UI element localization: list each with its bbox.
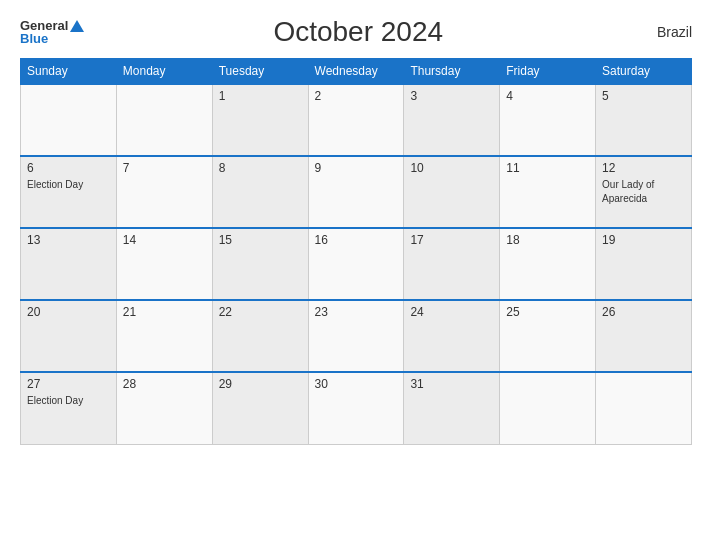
calendar-cell: 28 xyxy=(116,372,212,444)
day-number: 8 xyxy=(219,161,302,175)
day-number: 7 xyxy=(123,161,206,175)
day-number: 16 xyxy=(315,233,398,247)
calendar-cell: 1 xyxy=(212,84,308,156)
day-number: 15 xyxy=(219,233,302,247)
day-number: 19 xyxy=(602,233,685,247)
header: General Blue October 2024 Brazil xyxy=(20,16,692,48)
calendar-cell xyxy=(116,84,212,156)
calendar-week-1: 12345 xyxy=(21,84,692,156)
day-number: 13 xyxy=(27,233,110,247)
calendar-cell: 13 xyxy=(21,228,117,300)
calendar-cell: 24 xyxy=(404,300,500,372)
calendar-cell: 29 xyxy=(212,372,308,444)
calendar-cell: 27Election Day xyxy=(21,372,117,444)
calendar-cell xyxy=(596,372,692,444)
day-number: 20 xyxy=(27,305,110,319)
day-number: 26 xyxy=(602,305,685,319)
day-number: 31 xyxy=(410,377,493,391)
calendar-cell xyxy=(500,372,596,444)
weekday-sunday: Sunday xyxy=(21,59,117,85)
day-number: 30 xyxy=(315,377,398,391)
day-number: 4 xyxy=(506,89,589,103)
day-number: 1 xyxy=(219,89,302,103)
weekday-wednesday: Wednesday xyxy=(308,59,404,85)
calendar-cell: 2 xyxy=(308,84,404,156)
day-number: 9 xyxy=(315,161,398,175)
calendar-cell: 23 xyxy=(308,300,404,372)
day-number: 12 xyxy=(602,161,685,175)
weekday-tuesday: Tuesday xyxy=(212,59,308,85)
calendar-cell: 10 xyxy=(404,156,500,228)
calendar-title: October 2024 xyxy=(84,16,632,48)
day-number: 14 xyxy=(123,233,206,247)
day-number: 25 xyxy=(506,305,589,319)
day-number: 2 xyxy=(315,89,398,103)
weekday-friday: Friday xyxy=(500,59,596,85)
calendar-cell: 18 xyxy=(500,228,596,300)
day-number: 5 xyxy=(602,89,685,103)
country-label: Brazil xyxy=(632,24,692,40)
calendar-week-4: 20212223242526 xyxy=(21,300,692,372)
day-number: 3 xyxy=(410,89,493,103)
day-number: 18 xyxy=(506,233,589,247)
calendar-cell: 6Election Day xyxy=(21,156,117,228)
calendar-cell: 3 xyxy=(404,84,500,156)
day-number: 24 xyxy=(410,305,493,319)
weekday-header-row: SundayMondayTuesdayWednesdayThursdayFrid… xyxy=(21,59,692,85)
day-number: 27 xyxy=(27,377,110,391)
calendar-cell: 22 xyxy=(212,300,308,372)
calendar-week-2: 6Election Day789101112Our Lady of Aparec… xyxy=(21,156,692,228)
calendar-cell: 25 xyxy=(500,300,596,372)
page: General Blue October 2024 Brazil SundayM… xyxy=(0,0,712,550)
calendar-week-5: 27Election Day28293031 xyxy=(21,372,692,444)
day-number: 10 xyxy=(410,161,493,175)
calendar-cell: 14 xyxy=(116,228,212,300)
calendar-cell: 19 xyxy=(596,228,692,300)
calendar-cell: 9 xyxy=(308,156,404,228)
day-number: 6 xyxy=(27,161,110,175)
weekday-saturday: Saturday xyxy=(596,59,692,85)
day-number: 29 xyxy=(219,377,302,391)
calendar-cell: 31 xyxy=(404,372,500,444)
calendar-cell: 21 xyxy=(116,300,212,372)
logo-triangle-icon xyxy=(70,20,84,32)
day-number: 11 xyxy=(506,161,589,175)
day-number: 22 xyxy=(219,305,302,319)
calendar-cell: 11 xyxy=(500,156,596,228)
calendar-body: 123456Election Day789101112Our Lady of A… xyxy=(21,84,692,444)
calendar-cell: 15 xyxy=(212,228,308,300)
day-number: 23 xyxy=(315,305,398,319)
day-event: Our Lady of Aparecida xyxy=(602,179,654,204)
calendar-cell: 7 xyxy=(116,156,212,228)
weekday-monday: Monday xyxy=(116,59,212,85)
calendar-cell: 30 xyxy=(308,372,404,444)
calendar-table: SundayMondayTuesdayWednesdayThursdayFrid… xyxy=(20,58,692,445)
calendar-week-3: 13141516171819 xyxy=(21,228,692,300)
calendar-cell xyxy=(21,84,117,156)
calendar-cell: 4 xyxy=(500,84,596,156)
calendar-cell: 16 xyxy=(308,228,404,300)
day-number: 21 xyxy=(123,305,206,319)
day-number: 17 xyxy=(410,233,493,247)
day-event: Election Day xyxy=(27,395,83,406)
day-event: Election Day xyxy=(27,179,83,190)
calendar-header: SundayMondayTuesdayWednesdayThursdayFrid… xyxy=(21,59,692,85)
logo: General Blue xyxy=(20,19,84,45)
logo-blue-text: Blue xyxy=(20,32,84,45)
calendar-cell: 26 xyxy=(596,300,692,372)
calendar-cell: 8 xyxy=(212,156,308,228)
weekday-thursday: Thursday xyxy=(404,59,500,85)
day-number: 28 xyxy=(123,377,206,391)
calendar-cell: 5 xyxy=(596,84,692,156)
calendar-cell: 17 xyxy=(404,228,500,300)
calendar-cell: 20 xyxy=(21,300,117,372)
calendar-cell: 12Our Lady of Aparecida xyxy=(596,156,692,228)
